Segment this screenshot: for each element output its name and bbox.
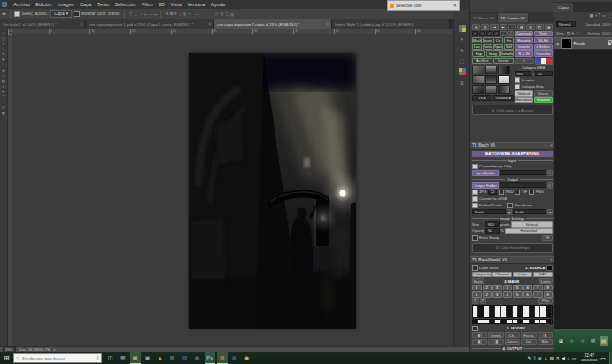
modify-button-3[interactable]: Focus [521,332,536,338]
auto-select-dropdown[interactable]: Capa ▾ [50,10,72,18]
auto-select-checkbox[interactable] [14,11,20,17]
lock-option-icon-1[interactable]: ✛ [571,31,575,35]
menu-item-4[interactable]: Texto [95,2,112,7]
modify-button-0[interactable]: ◧ [472,339,487,345]
distribute-icon-5[interactable]: ⋯ [186,11,192,17]
target-icon[interactable]: ⌖ [461,36,463,43]
tool-4[interactable]: ✎ [2,53,5,58]
preset-thumbnail[interactable] [498,66,510,74]
taskbar-app-icon-4[interactable]: ▲ [155,352,166,364]
blend-mode-dropdown[interactable]: Normal [556,21,576,27]
taskbar-icon-1[interactable]: ○ [568,336,576,346]
mask-option-button-0[interactable]: ⊡ [472,298,479,305]
source-button-2[interactable]: Color [513,272,532,278]
opacity-field[interactable]: 50 [485,228,500,234]
taskbar-icon-4[interactable]: ▤ [600,336,608,346]
usuario-nav-button[interactable]: Usuario ▸ [493,95,514,101]
preset-thumbnail[interactable] [485,85,498,94]
tab-tk-basic[interactable]: TK Basic V6 [470,13,498,22]
taskbar-app-icon-5[interactable]: ▥ [167,352,178,364]
tk-button-0[interactable]: Contraste [515,31,533,37]
tk-button-1[interactable]: Suavi [483,37,492,43]
mask-key-13[interactable] [546,320,552,323]
layer-thumbnail[interactable] [561,38,572,49]
tk-button-3[interactable]: Fix [504,37,514,43]
taskbar-icon-3[interactable]: ✉ [589,336,597,346]
source-button-0[interactable]: Composite [472,272,492,278]
layer-filter-icon-0[interactable]: ▦ [589,13,593,18]
layer-filter-icon-1[interactable]: ◑ [594,13,597,18]
fb-button[interactable]: F8 [542,235,553,241]
modify-button-3[interactable]: 1x2 [521,339,536,345]
chevron-down-icon[interactable]: ▾ [507,209,512,215]
taskbar-app-icon-1[interactable]: ✉ [118,352,128,364]
modify-checkbox[interactable] [472,326,478,332]
preset-thumbnail[interactable] [498,85,510,94]
tool-12[interactable]: T [3,96,5,100]
tray-icon-3[interactable]: ∧ [545,356,548,360]
modify-button-1[interactable]: ◨ [488,339,503,345]
tab-capas[interactable]: Capas [554,3,573,12]
tk-button-3[interactable]: Rdl [504,44,514,50]
guardar-button[interactable]: Guardar [534,97,553,104]
tk-rapidmask-header[interactable]: TK RapidMask2 V6 ≡ [470,256,554,264]
tif-checkbox[interactable] [515,190,521,196]
tk-button-0[interactable]: Recorte [515,37,533,43]
tool-2[interactable]: ⟡ [3,43,5,47]
tool-0[interactable]: ⊹ [2,32,5,36]
tab-tk-combo[interactable]: TK Combo V6 [498,13,529,22]
tk-button-1[interactable]: x Selecc [534,44,553,50]
horizontal-orientation-button[interactable]: Horizontal [505,228,553,235]
tk-brush-button-0[interactable]: ∕ [472,31,478,37]
ajustes-link-button[interactable]: ⊙ Click para ir a Ajustes [472,105,553,115]
extra-sharp-checkbox[interactable] [472,235,478,241]
tool-15[interactable]: ▣ [2,112,5,116]
color-swatch-icon[interactable] [459,25,466,32]
tk-file-button-1[interactable]: ▥ [481,24,489,30]
tk-button-1[interactable]: 16-Bit [534,37,553,43]
floating-tool-window[interactable]: Selective Tool ✕ [387,0,460,11]
tool-10[interactable]: ◐ [3,85,5,89]
search-input[interactable] [20,355,95,361]
tray-icon-6[interactable]: ◀ [562,356,565,360]
tk-button-0[interactable]: Exp [472,50,485,57]
output-folder-menu-icon[interactable]: ≡ [547,182,553,189]
taskbar-icon-0[interactable]: ⊞ [557,336,565,346]
taskbar-app-icon-2[interactable]: ▤ [130,352,141,364]
preset-thumbnail[interactable] [485,66,498,74]
lock-option-icon-0[interactable]: ▨ [567,31,570,35]
taskbar-icon-2[interactable]: ○ [578,336,586,346]
bars-button[interactable]: ≡ [515,58,534,65]
lights-button[interactable]: Lights [539,278,553,284]
taskbar-app-icon-0[interactable]: ◫ [105,352,116,364]
zone-button-5[interactable]: 6 [523,291,533,298]
tk-file-button-0[interactable]: ▤ [472,24,480,30]
zone-button-0[interactable]: 1 [472,291,482,298]
modify-button-4[interactable]: Blur [538,339,553,345]
input-folder-button[interactable]: Input Folder [472,170,499,176]
tk-file-button-8[interactable]: ◪ [545,24,553,30]
prefix-dropdown[interactable]: Prefix [472,209,506,214]
preset-thumbnail[interactable] [498,75,510,84]
taskbar-app-icon-6[interactable]: ▥ [180,352,190,364]
pencil-icon[interactable]: ✎ [460,47,464,53]
colapso-extra-checkbox[interactable] [515,84,521,90]
run-action-checkbox[interactable] [507,203,514,209]
menu-item-0[interactable]: Archivo [11,2,33,7]
tk-brush-button-3[interactable]: ∕ [493,31,500,37]
align-icon-5[interactable]: ¬ [153,12,157,17]
taskbar-clock[interactable]: 22:47 22/05/2018 [581,353,597,361]
tk-button-1[interactable]: Lienzo [493,58,514,65]
close-icon[interactable]: × [326,22,329,27]
channels-icon[interactable] [459,68,466,75]
taskbar-app-icon-10[interactable]: ◍ [229,352,240,364]
layer-filter-icon-2[interactable]: T [599,13,601,18]
layer-mask-checkbox[interactable] [472,265,478,271]
zone-button-4[interactable]: 5 [513,291,523,298]
taskbar-app-icon-8[interactable]: Ps [205,352,215,364]
zone-button-1[interactable]: 2 [483,285,492,291]
tool-3[interactable]: ⌗ [3,48,5,52]
tk-button-1[interactable]: Tinte [534,31,553,37]
zone-button-2[interactable]: 3 [492,285,502,291]
tab-document-2[interactable]: con capa impresion 1.psd al 25% (Capa 1 … [86,19,214,29]
